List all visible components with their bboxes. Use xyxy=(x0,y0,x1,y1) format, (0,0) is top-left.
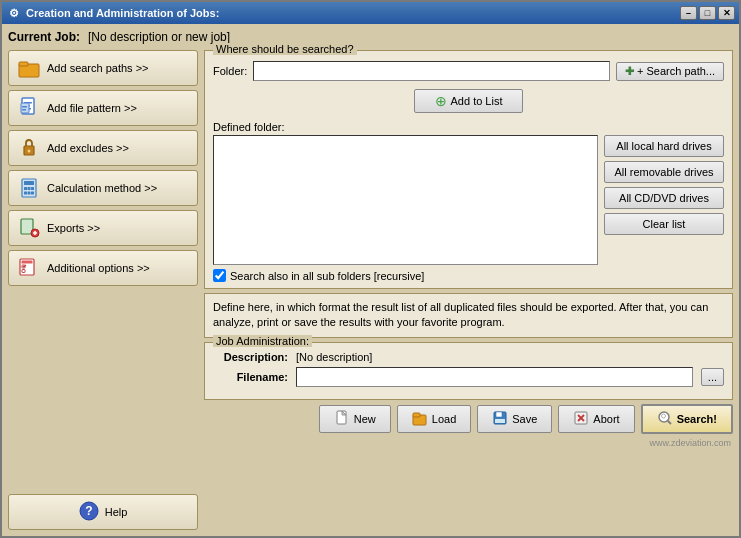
svg-rect-12 xyxy=(24,181,34,185)
app-icon: ⚙ xyxy=(6,5,22,21)
svg-rect-26 xyxy=(22,270,25,273)
sidebar-label-calculation-method: Calculation method >> xyxy=(47,182,157,194)
search-group: Where should be searched? Folder: ✚ + Se… xyxy=(204,50,733,289)
search-button[interactable]: Search! xyxy=(641,404,733,434)
add-to-list-label: Add to List xyxy=(451,95,503,107)
svg-line-39 xyxy=(667,420,671,424)
add-icon: ⊕ xyxy=(435,93,447,109)
all-cd-dvd-drives-button[interactable]: All CD/DVD drives xyxy=(604,187,724,209)
svg-rect-8 xyxy=(22,109,26,111)
abort-button[interactable]: Abort xyxy=(558,405,634,433)
search-label: Search! xyxy=(677,413,717,425)
plus-icon: ✚ xyxy=(625,65,634,78)
load-button[interactable]: Load xyxy=(397,405,471,433)
help-icon: ? xyxy=(79,501,99,523)
svg-point-10 xyxy=(28,150,31,153)
svg-rect-7 xyxy=(22,106,27,108)
folder-row: Folder: ✚ + Search path... xyxy=(213,61,724,81)
info-text: Define here, in which format the result … xyxy=(204,293,733,338)
save-icon xyxy=(492,410,508,428)
main-window: ⚙ Creation and Administration of Jobs: –… xyxy=(0,0,741,538)
calc-icon xyxy=(17,176,41,200)
abort-label: Abort xyxy=(593,413,619,425)
search-group-title: Where should be searched? xyxy=(213,43,357,55)
sidebar-label-add-excludes: Add excludes >> xyxy=(47,142,129,154)
defined-folder-label: Defined folder: xyxy=(213,121,724,133)
sidebar-btn-exports[interactable]: Exports >> xyxy=(8,210,198,246)
filename-label: Filename: xyxy=(213,371,288,383)
drive-buttons: All local hard drives All removable driv… xyxy=(604,135,724,265)
window-title: Creation and Administration of Jobs: xyxy=(26,7,680,19)
svg-rect-31 xyxy=(413,413,420,417)
sidebar-btn-additional-options[interactable]: Additional options >> xyxy=(8,250,198,286)
bottom-toolbar: New Load xyxy=(204,404,733,434)
load-label: Load xyxy=(432,413,456,425)
additional-options-icon xyxy=(17,256,41,280)
job-admin-box: Job Administration: Description: [No des… xyxy=(204,342,733,400)
description-value: [No description] xyxy=(296,351,372,363)
filename-input[interactable] xyxy=(296,367,693,387)
folder-icon xyxy=(17,56,41,80)
main-area: Add search paths >> xyxy=(8,50,733,530)
svg-rect-14 xyxy=(28,187,31,190)
search-path-label: + Search path... xyxy=(637,65,715,77)
svg-rect-13 xyxy=(24,187,27,190)
svg-rect-15 xyxy=(31,187,34,190)
browse-button[interactable]: ... xyxy=(701,368,724,386)
right-panel: Where should be searched? Folder: ✚ + Se… xyxy=(204,50,733,530)
help-label: Help xyxy=(105,506,128,518)
content-area: Current Job: [No description or new job]… xyxy=(2,24,739,536)
svg-rect-18 xyxy=(31,192,34,195)
sidebar-btn-calculation-method[interactable]: Calculation method >> xyxy=(8,170,198,206)
sidebar-label-add-file-pattern: Add file pattern >> xyxy=(47,102,137,114)
maximize-button[interactable]: □ xyxy=(699,6,716,20)
svg-rect-6 xyxy=(21,103,29,113)
recursive-label: Search also in all sub folders [recursiv… xyxy=(230,270,424,282)
new-button[interactable]: New xyxy=(319,405,391,433)
recursive-checkbox[interactable] xyxy=(213,269,226,282)
add-to-list-button[interactable]: ⊕ Add to List xyxy=(414,89,524,113)
svg-rect-34 xyxy=(495,419,505,423)
save-label: Save xyxy=(512,413,537,425)
close-button[interactable]: ✕ xyxy=(718,6,735,20)
sidebar: Add search paths >> xyxy=(8,50,198,530)
lock-icon xyxy=(17,136,41,160)
new-icon xyxy=(334,410,350,428)
svg-rect-1 xyxy=(19,62,28,66)
sidebar-btn-add-excludes[interactable]: Add excludes >> xyxy=(8,130,198,166)
checkbox-row: Search also in all sub folders [recursiv… xyxy=(213,269,724,282)
file-pattern-icon xyxy=(17,96,41,120)
load-icon xyxy=(412,410,428,428)
sidebar-label-add-search-paths: Add search paths >> xyxy=(47,62,149,74)
exports-icon xyxy=(17,216,41,240)
filename-row: Filename: ... xyxy=(213,367,724,387)
search-icon xyxy=(657,410,673,428)
current-job-value: [No description or new job] xyxy=(88,30,230,44)
folder-label: Folder: xyxy=(213,65,247,77)
sidebar-btn-add-search-paths[interactable]: Add search paths >> xyxy=(8,50,198,86)
abort-icon xyxy=(573,410,589,428)
job-admin-title: Job Administration: xyxy=(213,335,312,347)
description-row: Description: [No description] xyxy=(213,351,724,363)
search-path-button[interactable]: ✚ + Search path... xyxy=(616,62,724,81)
all-removable-drives-button[interactable]: All removable drives xyxy=(604,161,724,183)
svg-rect-33 xyxy=(496,412,502,417)
folder-input[interactable] xyxy=(253,61,610,81)
watermark: www.zdeviation.com xyxy=(204,438,733,448)
all-local-hard-drives-button[interactable]: All local hard drives xyxy=(604,135,724,157)
title-bar: ⚙ Creation and Administration of Jobs: –… xyxy=(2,2,739,24)
sidebar-label-exports: Exports >> xyxy=(47,222,100,234)
clear-list-button[interactable]: Clear list xyxy=(604,213,724,235)
description-label: Description: xyxy=(213,351,288,363)
sidebar-label-additional-options: Additional options >> xyxy=(47,262,150,274)
help-button[interactable]: ? Help xyxy=(8,494,198,530)
sidebar-btn-add-file-pattern[interactable]: Add file pattern >> xyxy=(8,90,198,126)
svg-rect-29 xyxy=(337,411,346,424)
svg-text:?: ? xyxy=(85,504,92,518)
svg-rect-16 xyxy=(24,192,27,195)
save-button[interactable]: Save xyxy=(477,405,552,433)
current-job-label: Current Job: xyxy=(8,30,80,44)
defined-folder-area: All local hard drives All removable driv… xyxy=(213,135,724,265)
folder-listbox[interactable] xyxy=(213,135,598,265)
minimize-button[interactable]: – xyxy=(680,6,697,20)
